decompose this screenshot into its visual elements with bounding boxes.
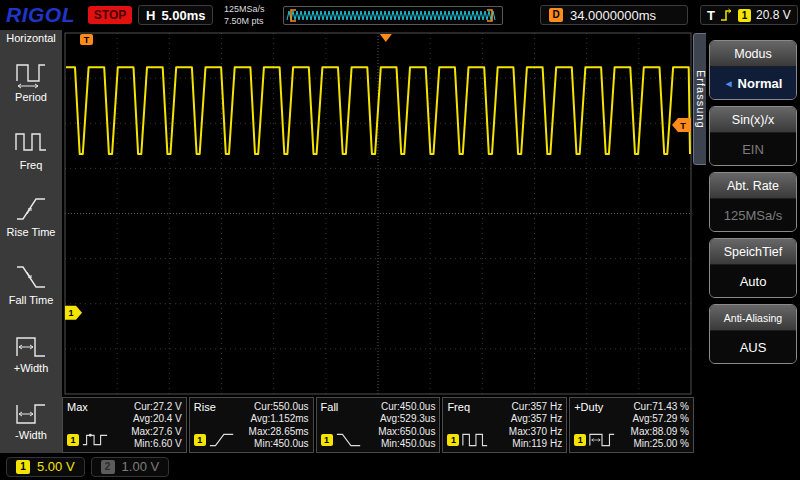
- freq-icon: [14, 127, 48, 157]
- menu-header: Modus: [710, 41, 796, 67]
- trigger-label: T: [707, 8, 715, 23]
- memory-waveform: [287, 11, 495, 20]
- channel1-scale: 5.00 V: [37, 459, 75, 474]
- channel1-badge: 1: [16, 460, 30, 474]
- soft-menu-panel: Modus ◄ Normal Sin(x)/x EIN Abt. Rate 12…: [706, 30, 800, 453]
- svg-text:T: T: [680, 121, 686, 131]
- measurement-label: Max: [67, 401, 109, 413]
- status-bar: 1 5.00 V 2 1.00 V: [0, 453, 800, 480]
- rise-glyph-icon: [208, 431, 236, 449]
- delay-value: 34.0000000ms: [570, 8, 656, 23]
- menu-item-abt-rate[interactable]: Abt. Rate 125MSa/s: [709, 172, 797, 232]
- memory-waveform-preview: [283, 6, 503, 25]
- meas-max: Max:28.65ms: [238, 426, 309, 437]
- channel2-badge: 2: [101, 460, 115, 474]
- sidebar-item-period[interactable]: Period: [0, 47, 62, 115]
- horizontal-label: H: [146, 8, 155, 23]
- sidebar-item-freq[interactable]: Freq: [0, 115, 62, 183]
- meas-min: Min:450.0us: [238, 438, 309, 449]
- period-icon: [14, 59, 48, 89]
- measurement-label: +Duty: [574, 401, 616, 413]
- menu-value: ◄ Normal: [710, 67, 796, 99]
- fall-time-icon: [14, 262, 48, 292]
- freq-glyph-icon: [461, 431, 489, 449]
- top-bar: RIGOL STOP H 5.00ms 125MSa/s 7.50M pts D…: [0, 0, 800, 30]
- horizontal-scale-value: 5.00ms: [161, 8, 205, 23]
- meas-avg: Avg:357 Hz: [491, 413, 562, 424]
- delay-icon: D: [549, 8, 563, 22]
- graticule-canvas: TT1: [62, 30, 694, 397]
- menu-value: 125MSa/s: [710, 199, 796, 231]
- sidebar-item-rise-time[interactable]: Rise Time: [0, 182, 62, 250]
- menu-value: Auto: [710, 265, 796, 297]
- oscilloscope-screen: RIGOL STOP H 5.00ms 125MSa/s 7.50M pts D…: [0, 0, 800, 480]
- meas-min: Min:450.0us: [365, 438, 436, 449]
- menu-value: EIN: [710, 133, 796, 165]
- channel1-status[interactable]: 1 5.00 V: [6, 457, 85, 477]
- trigger-readout[interactable]: T 1 20.8 V: [700, 5, 798, 25]
- menu-item-sinx[interactable]: Sin(x)/x EIN: [709, 106, 797, 166]
- selected-arrow-icon: ◄: [724, 78, 734, 89]
- sample-rate-value: 125MSa/s: [224, 3, 265, 15]
- rigol-logo: RIGOL: [6, 3, 75, 27]
- meas-min: Min:6.60 V: [111, 438, 182, 449]
- channel2-status[interactable]: 2 1.00 V: [91, 457, 170, 477]
- acquisition-info: 125MSa/s 7.50M pts: [224, 3, 265, 27]
- channel-badge: 1: [447, 434, 459, 446]
- sidebar-item-fall-time[interactable]: Fall Time: [0, 250, 62, 318]
- ch1-waveform-trace: [66, 67, 690, 154]
- sidebar-item-label: Period: [15, 91, 47, 103]
- menu-item-speichtief[interactable]: SpeichTief Auto: [709, 238, 797, 298]
- meas-max: Max:650.0us: [365, 426, 436, 437]
- menu-header: SpeichTief: [710, 239, 796, 265]
- trigger-slope-icon: [720, 8, 733, 22]
- waveform-display: TT1: [62, 30, 694, 397]
- meas-max: Max:27.6 V: [111, 426, 182, 437]
- delay-readout[interactable]: D 34.0000000ms: [540, 5, 688, 25]
- measurement-freq: Freq 1 Cur:357 Hz Avg:357 Hz Max:370 Hz …: [442, 397, 567, 453]
- measurement-label: Fall: [321, 401, 363, 413]
- memory-waveform-svg: [284, 7, 502, 24]
- sidebar-item-label: Fall Time: [9, 294, 54, 306]
- channel2-scale: 1.00 V: [122, 459, 160, 474]
- meas-cur: Cur:27.2 V: [111, 401, 182, 412]
- sidebar-item-plus-width[interactable]: +Width: [0, 318, 62, 386]
- horizontal-scale-readout[interactable]: H 5.00ms: [138, 5, 213, 25]
- meas-max: Max:88.09 %: [618, 426, 689, 437]
- trigger-position-marker[interactable]: [380, 34, 392, 42]
- plus-width-icon: [14, 330, 48, 360]
- max-glyph-icon: [81, 431, 109, 449]
- menu-item-modus[interactable]: Modus ◄ Normal: [709, 40, 797, 100]
- svg-text:1: 1: [68, 308, 73, 318]
- svg-text:T: T: [84, 35, 90, 45]
- meas-cur: Cur:71.43 %: [618, 401, 689, 412]
- run-state-badge: STOP: [88, 6, 132, 24]
- measure-sidebar: Horizontal Period Freq Rise Time: [0, 30, 62, 453]
- duty-glyph-icon: [588, 431, 616, 449]
- measurement-bar: Max 1 Cur:27.2 V Avg:20.4 V Max:27.6 V M…: [62, 397, 694, 453]
- minus-width-icon: [14, 397, 48, 427]
- fall-glyph-icon: [335, 431, 363, 449]
- menu-header: Abt. Rate: [710, 173, 796, 199]
- meas-avg: Avg:529.3us: [365, 413, 436, 424]
- sidebar-item-minus-width[interactable]: -Width: [0, 385, 62, 453]
- measurement-label: Rise: [194, 401, 236, 413]
- meas-min: Min:25.00 %: [618, 438, 689, 449]
- sidebar-item-label: Freq: [20, 159, 43, 171]
- memory-depth-value: 7.50M pts: [224, 15, 265, 27]
- channel-badge: 1: [321, 434, 333, 446]
- menu-item-anti-aliasing[interactable]: Anti-Aliasing AUS: [709, 304, 797, 364]
- meas-cur: Cur:450.0us: [365, 401, 436, 412]
- measurement-fall: Fall 1 Cur:450.0us Avg:529.3us Max:650.0…: [316, 397, 441, 453]
- menu-value: AUS: [710, 331, 796, 363]
- sidebar-item-label: -Width: [15, 429, 47, 441]
- rise-time-icon: [14, 194, 48, 224]
- measurement-rise: Rise 1 Cur:550.0us Avg:1.152ms Max:28.65…: [189, 397, 314, 453]
- sidebar-item-label: +Width: [14, 362, 49, 374]
- meas-cur: Cur:357 Hz: [491, 401, 562, 412]
- sidebar-item-label: Rise Time: [7, 226, 56, 238]
- measurement-max: Max 1 Cur:27.2 V Avg:20.4 V Max:27.6 V M…: [62, 397, 187, 453]
- meas-avg: Avg:1.152ms: [238, 413, 309, 424]
- trigger-source-badge: 1: [738, 9, 751, 22]
- sidebar-title: Horizontal: [0, 30, 62, 47]
